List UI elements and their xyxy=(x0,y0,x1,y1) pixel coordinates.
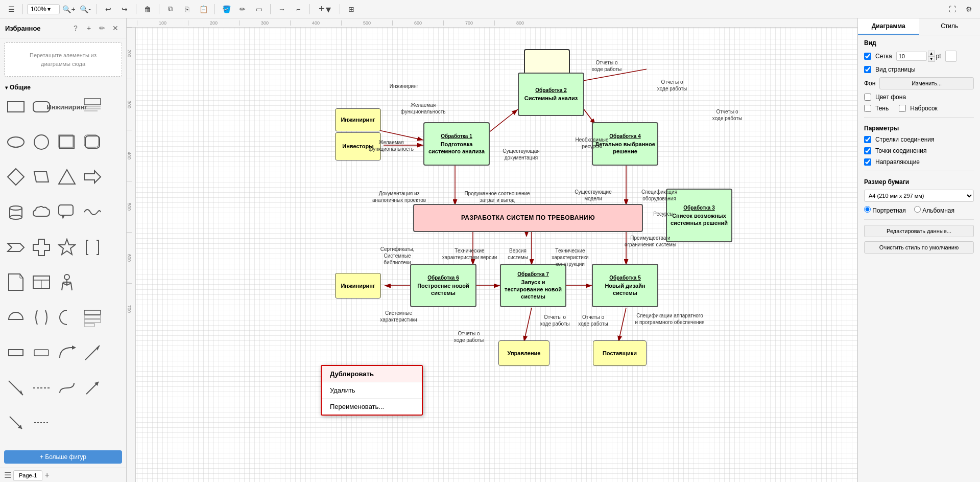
zoom-control[interactable]: 100% ▾ xyxy=(27,4,60,14)
duplicate-btn[interactable]: ⧉ xyxy=(163,3,178,16)
shape-arrow-right[interactable] xyxy=(81,165,104,189)
diagram[interactable]: Инжиниринг Инвесторы Обработка 1 Подгото… xyxy=(136,28,857,482)
conn-points-checkbox[interactable] xyxy=(864,147,871,154)
stroke-color-btn[interactable]: ✏ xyxy=(235,3,250,16)
shape-double-rect[interactable] xyxy=(55,130,79,154)
shape-arrow-up-right[interactable] xyxy=(81,376,104,400)
shape-triangle[interactable] xyxy=(55,165,79,189)
clear-style-btn[interactable]: Очистить стиль по умолчанию xyxy=(864,241,974,254)
node-proc1[interactable]: Обработка 1 Подготовка системного анализ… xyxy=(423,122,490,166)
shape-wave[interactable] xyxy=(81,200,104,224)
shapes-section[interactable]: ▾ Общие xyxy=(0,81,126,93)
shape-bidirectional[interactable] xyxy=(30,411,53,434)
undo-btn[interactable]: ↩ xyxy=(101,3,115,16)
shape-heading[interactable] xyxy=(81,95,104,119)
node-postavshiki[interactable]: Поставщики xyxy=(593,340,647,366)
paste-btn[interactable]: 📋 xyxy=(196,3,210,16)
shape-list-item[interactable] xyxy=(81,306,104,329)
grid-checkbox[interactable] xyxy=(864,53,871,60)
panel-add-btn[interactable]: + xyxy=(83,22,94,34)
arrow-btn[interactable]: → xyxy=(275,3,289,16)
guides-checkbox[interactable] xyxy=(864,158,871,166)
panel-edit-btn[interactable]: ✏ xyxy=(97,22,108,34)
grid-spin-up[interactable]: ▲ xyxy=(928,51,935,56)
landscape-label[interactable]: Альбомная xyxy=(914,206,954,214)
node-upravlenie[interactable]: Управление xyxy=(498,340,549,366)
shape-rectangle[interactable] xyxy=(4,95,28,119)
sketch-checkbox[interactable] xyxy=(899,105,906,112)
portrait-radio[interactable] xyxy=(864,206,871,213)
copy-btn[interactable]: ⎘ xyxy=(180,3,194,16)
shadow-checkbox[interactable] xyxy=(864,105,871,112)
portrait-label[interactable]: Портретная xyxy=(864,206,906,214)
shape-page[interactable] xyxy=(4,270,28,294)
page-tab-add-btn[interactable]: + xyxy=(44,471,49,480)
shape-person[interactable] xyxy=(55,270,79,294)
edit-data-btn[interactable]: Редактировать данные... xyxy=(864,225,974,237)
panel-help-btn[interactable]: ? xyxy=(70,22,81,34)
shape-cross[interactable] xyxy=(30,236,53,259)
conn-arrows-checkbox[interactable] xyxy=(864,136,871,143)
fullscreen-btn[interactable]: ⛶ xyxy=(945,3,960,16)
bg-color-checkbox[interactable] xyxy=(864,94,871,101)
node-proc5[interactable]: Обработка 5 Новый дизайн системы xyxy=(592,264,658,307)
shape-half-circle[interactable] xyxy=(4,306,28,329)
grid-color-box[interactable] xyxy=(945,51,957,62)
node-proc6[interactable]: Обработка 6 Построение новой системы xyxy=(410,264,476,307)
shape-chevron[interactable] xyxy=(4,236,28,259)
node-engineering-bottom[interactable]: Инжиниринг xyxy=(335,273,381,299)
shape-rounded-double[interactable] xyxy=(81,130,104,154)
shape-diamond[interactable] xyxy=(4,165,28,189)
node-investors[interactable]: Инвесторы xyxy=(335,132,381,160)
node-proc2[interactable]: Обработка 2 Системный анализ xyxy=(518,73,584,116)
more-shapes-button[interactable]: + Больше фигур xyxy=(4,450,122,464)
ctx-delete[interactable]: Удалить xyxy=(322,382,422,399)
node-proc7[interactable]: Обработка 7 Запуск и тестирование новой … xyxy=(500,264,566,307)
shape-bracket[interactable] xyxy=(81,236,104,259)
shape-ellipse[interactable] xyxy=(4,130,28,154)
shape-arrow-diagonal[interactable] xyxy=(81,341,104,364)
panel-close-btn[interactable]: ✕ xyxy=(110,22,121,34)
shape-text[interactable]: Инжиниринг xyxy=(55,95,79,119)
paper-size-select[interactable]: A4 (210 мм x 297 мм) A3 A2 Letter xyxy=(864,190,974,202)
shape-arrow-curved[interactable] xyxy=(55,341,79,364)
shape-arrow-diagonal2[interactable] xyxy=(4,376,28,400)
fill-color-btn[interactable]: 🪣 xyxy=(219,3,233,16)
shape-crescent[interactable] xyxy=(55,306,79,329)
page-tab-1[interactable]: Page-1 xyxy=(13,470,42,480)
tab-style[interactable]: Стиль xyxy=(919,18,981,35)
sidebar-toggle-btn[interactable]: ☰ xyxy=(4,3,18,16)
delete-btn[interactable]: 🗑 xyxy=(140,3,155,16)
node-engineering-top[interactable]: Инжиниринг xyxy=(335,108,381,131)
shape-arrow-down-right[interactable] xyxy=(4,411,28,434)
shape-btn[interactable]: ▭ xyxy=(252,3,266,16)
landscape-radio[interactable] xyxy=(914,206,921,213)
shape-small-rect2[interactable] xyxy=(30,341,53,364)
ctx-duplicate[interactable]: Дублировать xyxy=(322,366,422,382)
page-view-checkbox[interactable] xyxy=(864,66,871,73)
bg-change-btn[interactable]: Изменить... xyxy=(879,77,974,89)
grid-value-input[interactable] xyxy=(896,52,927,61)
shape-small-rect[interactable] xyxy=(4,341,28,364)
insert-btn[interactable]: +▾ xyxy=(314,1,336,17)
waypoint-btn[interactable]: ⌐ xyxy=(291,3,305,16)
node-main-proc[interactable]: РАЗРАБОТКА СИСТЕМ ПО ТРЕБОВАНИЮ xyxy=(413,204,643,232)
shape-bracket2[interactable] xyxy=(30,306,53,329)
zoom-in-btn[interactable]: 🔍+ xyxy=(62,3,76,16)
ctx-rename[interactable]: Переименовать... xyxy=(322,399,422,415)
shape-s-curve[interactable] xyxy=(55,376,79,400)
shape-cloud[interactable] xyxy=(30,200,53,224)
shape-cylinder[interactable] xyxy=(4,200,28,224)
zoom-out-btn[interactable]: 🔍- xyxy=(78,3,92,16)
shape-dashed-line[interactable] xyxy=(30,376,53,400)
page-tab-menu-btn[interactable]: ☰ xyxy=(4,470,11,480)
shape-empty[interactable] xyxy=(81,270,104,294)
redo-btn[interactable]: ↪ xyxy=(117,3,132,16)
canvas-area[interactable]: 100 200 300 400 500 600 700 800 200 300 … xyxy=(127,18,857,482)
node-proc4[interactable]: Обработка 4 Детально выбранное решение xyxy=(592,122,658,166)
node-rect-top[interactable] xyxy=(524,49,570,75)
shape-speech-bubble[interactable] xyxy=(55,200,79,224)
node-proc3[interactable]: Обработка 3 Список возможных системных р… xyxy=(666,189,732,242)
settings-btn[interactable]: ⚙ xyxy=(962,3,976,16)
grid-spin-down[interactable]: ▼ xyxy=(928,56,935,62)
